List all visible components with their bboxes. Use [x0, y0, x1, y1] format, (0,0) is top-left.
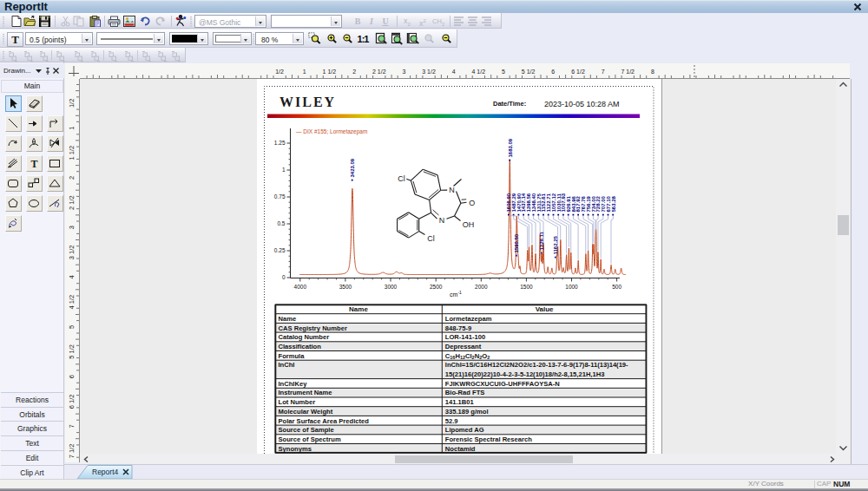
svg-text:4 1/2: 4 1/2 [472, 69, 486, 75]
svg-text:3 1/2: 3 1/2 [68, 245, 76, 259]
svg-text:2: 2 [68, 176, 76, 180]
svg-text:T: T [31, 158, 38, 170]
svg-text:OH: OH [463, 220, 475, 229]
svg-text:1 1/2: 1 1/2 [323, 69, 337, 75]
svg-text:1/2: 1/2 [275, 69, 284, 75]
svg-text:3500: 3500 [339, 284, 352, 290]
svg-text:Molecular Weight: Molecular Weight [279, 408, 333, 416]
svg-text:1590.50: 1590.50 [514, 233, 519, 252]
svg-text:Noctamid: Noctamid [445, 445, 476, 453]
svg-text:335.189 g/mol: 335.189 g/mol [445, 408, 489, 416]
svg-text:Value: Value [536, 305, 554, 313]
svg-text:LOR-141-100: LOR-141-100 [445, 334, 485, 342]
svg-text:7: 7 [68, 424, 76, 428]
svg-text:InChI: InChI [279, 362, 295, 370]
svg-text:Source of Spectrum: Source of Spectrum [279, 435, 341, 443]
svg-text:2000: 2000 [475, 284, 488, 290]
svg-text:3000: 3000 [385, 284, 398, 290]
svg-text:3423.09: 3423.09 [350, 158, 355, 177]
svg-text:1: 1 [303, 69, 306, 75]
svg-text:FJIKWRGCXUCUIG-UHFFFAOYSA-N: FJIKWRGCXUCUIG-UHFFFAOYSA-N [445, 380, 560, 388]
svg-text:5 1/2: 5 1/2 [68, 344, 76, 359]
svg-text:141.1B01: 141.1B01 [445, 398, 475, 406]
svg-text:Polar Surface Area Predicted: Polar Surface Area Predicted [279, 417, 370, 425]
svg-text:1683.09: 1683.09 [508, 138, 513, 157]
svg-text:1500: 1500 [520, 284, 533, 290]
svg-text:0.5: 0.5 [277, 220, 285, 226]
svg-text:1000: 1000 [565, 284, 578, 290]
svg-text:N: N [449, 186, 455, 194]
svg-text:5 1/2: 5 1/2 [522, 69, 536, 75]
svg-text:5: 5 [502, 69, 505, 75]
svg-text:Cl: Cl [427, 234, 435, 243]
svg-text:N: N [439, 216, 445, 225]
svg-text:1.25: 1.25 [274, 140, 286, 146]
svg-text:4: 4 [452, 69, 456, 75]
svg-text:0: 0 [282, 274, 286, 280]
svg-text:Name: Name [279, 315, 297, 323]
svg-text:2 1/2: 2 1/2 [372, 69, 386, 75]
svg-text:Classification: Classification [279, 343, 322, 350]
svg-text:InChIKey: InChIKey [279, 380, 308, 388]
svg-text:6 1/2: 6 1/2 [68, 394, 76, 409]
svg-text:1: 1 [282, 167, 286, 173]
svg-text:2: 2 [352, 69, 356, 75]
svg-text:4 1/2: 4 1/2 [68, 295, 76, 310]
svg-text:1: 1 [68, 127, 76, 130]
svg-text:563.28: 563.28 [611, 195, 616, 212]
svg-text:Cl: Cl [398, 174, 405, 183]
svg-text:1 1/2: 1 1/2 [68, 146, 76, 160]
svg-text:6: 6 [551, 69, 555, 75]
svg-text:C16H12Cl2N2O2: C16H12Cl2N2O2 [445, 352, 490, 361]
svg-text:Instrument Name: Instrument Name [279, 390, 332, 397]
svg-text:cm-1: cm-1 [450, 290, 462, 298]
svg-text:3 1/2: 3 1/2 [422, 69, 436, 75]
svg-text:7 1/2: 7 1/2 [621, 69, 635, 75]
svg-text:6 1/2: 6 1/2 [571, 69, 585, 75]
svg-text:3: 3 [402, 69, 405, 75]
svg-text:4: 4 [68, 275, 76, 278]
svg-text:Formula: Formula [279, 352, 306, 360]
svg-text:Depressant: Depressant [445, 343, 482, 350]
svg-text:2 1/2: 2 1/2 [68, 195, 76, 210]
svg-text:52.9: 52.9 [445, 417, 458, 425]
svg-text:4000: 4000 [294, 284, 307, 290]
svg-text:Catalog Number: Catalog Number [279, 334, 330, 342]
svg-text:Date/Time:: Date/Time: [493, 100, 526, 108]
svg-text:2023-10-05 10:28 AM: 2023-10-05 10:28 AM [544, 100, 620, 108]
svg-text:WILEY: WILEY [279, 95, 336, 109]
svg-text:500: 500 [612, 284, 621, 290]
svg-text:Bio-Rad FTS: Bio-Rad FTS [445, 390, 485, 397]
svg-text:7: 7 [602, 69, 605, 75]
svg-text:5: 5 [68, 325, 76, 329]
svg-text:Source of Sample: Source of Sample [279, 427, 334, 435]
svg-text:Lormetazepam: Lormetazepam [445, 315, 492, 323]
svg-text:7 1/2: 7 1/2 [68, 444, 76, 459]
svg-text:0.75: 0.75 [274, 193, 286, 200]
svg-text:6: 6 [68, 375, 76, 378]
svg-text:O: O [469, 199, 475, 207]
svg-text:8: 8 [651, 69, 654, 75]
svg-text:— DIX #155; Lormetazepam: — DIX #155; Lormetazepam [296, 128, 367, 135]
svg-text:0.25: 0.25 [274, 247, 286, 253]
svg-text:15(21)16(20)22)10-4-2-3-5-12(1: 15(21)16(20)22)10-4-2-3-5-12(10)18/h2-8,… [445, 370, 605, 378]
svg-text:Name: Name [349, 305, 368, 313]
svg-text:2500: 2500 [430, 284, 443, 290]
svg-text:InChI=1S/C16H12Cl2N2O2/c1-20-1: InChI=1S/C16H12Cl2N2O2/c1-20-13-7-6-9(17… [445, 362, 628, 370]
svg-text:848-75-9: 848-75-9 [445, 324, 471, 332]
svg-text:Lipomed AG: Lipomed AG [445, 427, 484, 435]
svg-text:1/2: 1/2 [68, 99, 76, 108]
svg-text:3: 3 [68, 226, 76, 229]
svg-text:Lot Number: Lot Number [279, 398, 316, 406]
svg-text:Synonyms: Synonyms [279, 445, 312, 453]
svg-text:Forensic Spectral Research: Forensic Spectral Research [445, 435, 532, 443]
svg-text:CAS Registry Number: CAS Registry Number [279, 324, 347, 332]
